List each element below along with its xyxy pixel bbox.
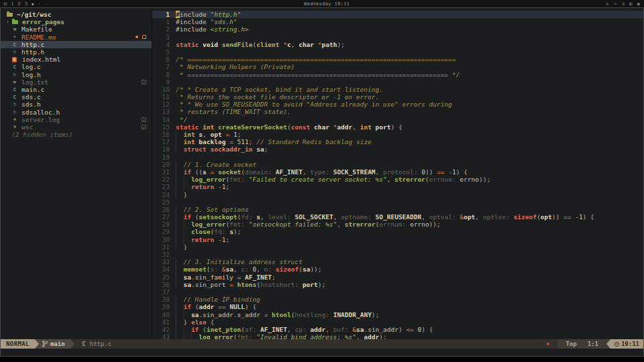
tree-item-log-txt[interactable]: ≡log.txt✓	[1, 78, 152, 86]
code-line-32[interactable]: 31▏ }	[152, 243, 643, 251]
line-number: 11	[152, 93, 170, 101]
code-line-18[interactable]: 17▏ int backlog = 511; // Standard Redis…	[152, 138, 643, 145]
code-line-23[interactable]: 22▏ ▏ log_error(fmt: "Failed to create s…	[152, 176, 643, 183]
code-line-30[interactable]: 29▏ ▏ close(fd: s);	[152, 228, 643, 235]
code-line-41[interactable]: 40▏ ▏ sa.sin_addr.s_addr = htonl(hostlon…	[152, 311, 643, 318]
code-line-43[interactable]: 42▏ ▏ if (inet_pton(af: AF_INET, cp: add…	[152, 326, 643, 333]
line-number: 1	[152, 18, 170, 25]
line-number: 6	[152, 56, 170, 63]
code-line-9[interactable]: 8 * ====================================…	[152, 71, 643, 78]
workspace-tag-1[interactable]: 1	[11, 1, 13, 7]
git-ignored-check-icon: ✓	[142, 80, 146, 84]
desktop-screen: ◰123▪·· Wednesday 19:11 ⇅∿≣◧● ~/git/wsc›…	[0, 0, 644, 362]
code-line-42[interactable]: 41▏ } else {	[152, 318, 643, 326]
workspace-mark-1[interactable]: ▪	[32, 1, 34, 6]
line-number: 24	[152, 191, 170, 198]
workspace-tag-3[interactable]: 3	[25, 1, 28, 7]
filename-segment[interactable]: C http.c	[74, 339, 120, 349]
tree-item-server-log[interactable]: ✱server.log✓	[1, 116, 152, 123]
tray-icon-3[interactable]: ≣	[622, 1, 625, 7]
code-line-26[interactable]: 25	[152, 198, 643, 206]
code-line-5[interactable]: 4static void sendFile(client *c, char *p…	[152, 41, 643, 48]
code-line-13[interactable]: 12 * * We use SO_REUSEADDR to avoid "Add…	[152, 101, 643, 108]
folder-icon	[12, 20, 18, 24]
code-line-19[interactable]: 18▏ struct sockaddr_in sa;	[152, 145, 643, 153]
code-line-15[interactable]: 14 */	[152, 116, 643, 123]
code-line-40[interactable]: 39▏ if (addr == NULL) {	[152, 303, 643, 310]
code-line-22[interactable]: 21▏ if ((s = socket(domain: AF_INET, typ…	[152, 168, 643, 176]
code-line-25[interactable]: 24▏ }	[152, 191, 643, 198]
code-line-37[interactable]: 36▏ sa.sin_port = htons(hostshort: port)…	[152, 281, 643, 288]
modified-indicator-dot	[547, 343, 549, 345]
code-line-24[interactable]: 23▏ ▏ return -1;	[152, 183, 643, 190]
tree-item-wsc[interactable]: ✱wsc✓	[1, 123, 152, 131]
git-branch-segment[interactable]: main	[39, 339, 70, 349]
code-line-2[interactable]: 1#include "sds.h"	[152, 18, 643, 25]
code-line-10[interactable]: 9	[152, 78, 643, 86]
code-line-1[interactable]: 1#include "http.h"	[152, 11, 643, 18]
code-line-14[interactable]: 13 * restarts (TIME_WAIT state).	[152, 108, 643, 115]
tree-item-http-c[interactable]: chttp.c	[1, 41, 152, 48]
code-line-35[interactable]: 34▏ memset(s: &sa, c: 0, n: sizeof(sa));	[152, 265, 643, 273]
code-line-28[interactable]: 27▏ if (setsockopt(fd: s, level: SOL_SOC…	[152, 213, 643, 221]
workspace-tag-2[interactable]: 2	[17, 1, 20, 7]
tray-icon-2[interactable]: ∿	[613, 1, 617, 7]
code-line-7[interactable]: 6/* ====================================…	[152, 56, 643, 63]
tray-icon-4[interactable]: ◧	[630, 1, 633, 7]
code-line-34[interactable]: 33▏ // 3. Initialize address struct	[152, 258, 643, 265]
code-line-20[interactable]: 19	[152, 154, 643, 161]
command-line[interactable]	[1, 349, 643, 356]
tree-item-2-hidden-items[interactable]: (2 hidden items)	[1, 131, 152, 138]
code-line-text: /* =====================================…	[170, 56, 456, 63]
code-line-text: * * We use SO_REUSEADDR to avoid "Addres…	[170, 101, 452, 108]
code-line-text: #include <string.h>	[170, 25, 249, 33]
tree-item-index-html[interactable]: 5index.html	[1, 56, 152, 63]
workspace-tags: ◰123▪··	[4, 1, 48, 7]
tree-item-log-h[interactable]: hlog.h	[1, 71, 152, 78]
tree-item-label: sds.c	[21, 93, 41, 101]
tree-item-sdsalloc-h[interactable]: hsdsalloc.h	[1, 108, 152, 115]
code-line-11[interactable]: 10/* * Create a TCP socket, bind it and …	[152, 86, 643, 93]
code-line-27[interactable]: 26▏ // 2. Set options	[152, 206, 643, 213]
code-line-8[interactable]: 7 * Networking Helpers (Private)	[152, 63, 643, 70]
tree-item-http-h[interactable]: hhttp.h	[1, 48, 152, 56]
git-modified-dot-icon	[136, 36, 138, 38]
terminal-window: ~/git/wsc›error_pages⚒Makefile•README.me…	[0, 7, 644, 357]
tray-icon-5[interactable]: ●	[637, 1, 640, 7]
tree-item-label: server.log	[21, 116, 60, 123]
code-line-33[interactable]: 32	[152, 251, 643, 258]
code-line-text: ▏ }	[170, 191, 187, 198]
line-number: 5	[152, 48, 170, 56]
tree-item-error-pages[interactable]: ›error_pages	[1, 18, 152, 25]
code-line-39[interactable]: 38▏ // Handle IP binding	[152, 296, 643, 303]
tree-item-log-c[interactable]: clog.c	[1, 63, 152, 70]
tree-item-main-c[interactable]: cmain.c	[1, 86, 152, 93]
tree-item-git-wsc[interactable]: ~/git/wsc	[1, 11, 152, 18]
tree-item-makefile[interactable]: ⚒Makefile	[1, 25, 152, 33]
tree-item-sds-h[interactable]: hsds.h	[1, 101, 152, 108]
code-line-44[interactable]: 43▏ ▏ ▏ log_error(fmt: "Invalid bind add…	[152, 333, 643, 339]
code-line-12[interactable]: 11 * Returns the socket file descriptor …	[152, 93, 643, 101]
code-line-text	[170, 198, 176, 206]
tree-item-badges: ✓	[142, 80, 146, 84]
code-line-text: #include "sds.h"	[170, 18, 237, 25]
line-number: 29	[152, 228, 170, 235]
code-line-31[interactable]: 30▏ ▏ return -1;	[152, 236, 643, 243]
workspace-mark-2[interactable]: ·	[38, 1, 41, 7]
wm-tray-icons: ⇅∿≣◧●	[606, 1, 640, 7]
line-number: 1	[152, 11, 170, 18]
editor-buffer[interactable]: 1#include "http.h"1#include "sds.h"2#inc…	[152, 8, 643, 339]
code-line-16[interactable]: 15static int createServerSocket(const ch…	[152, 123, 643, 131]
code-line-3[interactable]: 2#include <string.h>	[152, 25, 643, 33]
code-line-29[interactable]: 28▏ ▏ log_error(fmt: "setsockopt failed:…	[152, 221, 643, 228]
code-line-21[interactable]: 20▏ // 1. Create socket	[152, 161, 643, 168]
line-number: 13	[152, 108, 170, 115]
code-line-36[interactable]: 35▏ sa.sin_family = AF_INET;	[152, 274, 643, 281]
code-line-6[interactable]: 5	[152, 48, 643, 56]
code-line-38[interactable]: 37	[152, 288, 643, 296]
tray-icon-1[interactable]: ⇅	[606, 1, 608, 7]
code-line-4[interactable]: 3	[152, 34, 643, 41]
tree-item-sds-c[interactable]: csds.c	[1, 93, 152, 101]
tree-item-readme-me[interactable]: •README.me	[1, 34, 152, 41]
code-line-17[interactable]: 16▏ int s, opt = 1;	[152, 131, 643, 138]
